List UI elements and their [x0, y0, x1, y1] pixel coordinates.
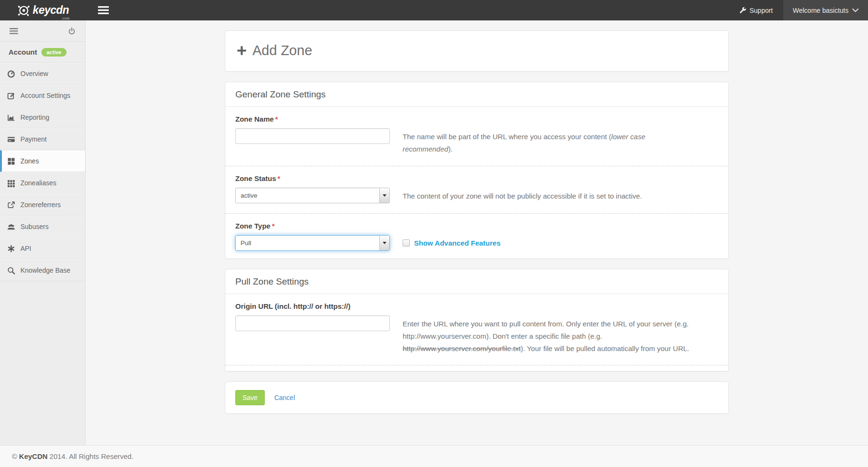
logo-suffix: .com [61, 17, 70, 20]
search-icon [7, 267, 15, 275]
topbar-right: Support Welcome basictuts [729, 0, 868, 20]
credit-card-icon [7, 135, 15, 143]
topbar: keycdn .com Support Welcome basictuts [0, 0, 868, 20]
page-title-card: Add Zone [225, 30, 729, 72]
sidebar-item-label: Reporting [20, 114, 49, 121]
footer: ©KeyCDN2014. All Rights Reserved. [0, 445, 868, 467]
zone-status-help: The content of your zone will not be pub… [403, 190, 693, 202]
hamburger-icon [98, 6, 109, 14]
sidebar: Account active Overview Account Settings [0, 20, 86, 445]
sidebar-item-reporting[interactable]: Reporting [0, 106, 85, 128]
keycdn-logo-icon [17, 3, 31, 18]
sidebar-header [0, 20, 85, 42]
welcome-label: Welcome basictuts [793, 7, 849, 14]
keycdn-logo[interactable]: keycdn .com [0, 0, 86, 20]
zone-status-label: Zone Status* [235, 174, 718, 182]
area-chart-icon [7, 114, 15, 122]
pull-section-title: Pull Zone Settings [225, 269, 728, 294]
sidebar-item-label: Knowledge Base [20, 267, 70, 274]
main-content: Add Zone General Zone Settings Zone Name… [86, 20, 868, 445]
wrench-icon [739, 7, 746, 14]
grid-icon [7, 157, 15, 165]
support-label: Support [750, 7, 773, 14]
zone-name-label: Zone Name* [235, 115, 718, 123]
advanced-features-checkbox[interactable] [403, 239, 410, 247]
dropdown-button [379, 188, 389, 203]
sidebar-item-zonereferrers[interactable]: Zonereferrers [0, 194, 85, 216]
sidebar-item-label: Overview [20, 70, 48, 77]
origin-url-input[interactable] [235, 315, 390, 331]
sidebar-item-overview[interactable]: Overview [0, 63, 85, 85]
account-status-badge: active [41, 48, 67, 57]
power-icon[interactable] [68, 27, 76, 35]
zone-status-select[interactable]: active [235, 188, 390, 203]
page-body: Account active Overview Account Settings [0, 20, 868, 445]
footer-brand: KeyCDN [19, 452, 48, 460]
account-status-row: Account active [0, 42, 85, 63]
gauge-icon [7, 70, 15, 78]
zone-status-value: active [236, 192, 379, 199]
zone-type-row: Zone Type* Pull Show Advanced Features [225, 214, 728, 258]
users-icon [7, 223, 15, 231]
asterisk-icon [7, 245, 15, 253]
support-link[interactable]: Support [729, 0, 783, 20]
zone-name-help: The name will be part of the URL where y… [403, 131, 693, 156]
sidebar-item-account-settings[interactable]: Account Settings [0, 85, 85, 106]
sidebar-item-label: Zonealiases [20, 179, 57, 187]
advanced-features-label: Show Advanced Features [414, 239, 501, 247]
form-actions-card: Save Cancel [225, 381, 729, 414]
origin-url-row: Origin URL (incl. http:// or https://) E… [225, 294, 728, 365]
account-label: Account [9, 48, 37, 56]
sidebar-item-subusers[interactable]: Subusers [0, 216, 85, 238]
pull-zone-settings-card: Pull Zone Settings Origin URL (incl. htt… [225, 269, 729, 372]
dropdown-arrow-icon [383, 194, 386, 197]
zone-name-input[interactable] [235, 128, 390, 144]
sidebar-toggle-button[interactable] [98, 0, 109, 20]
general-zone-settings-card: General Zone Settings Zone Name* The nam… [225, 82, 729, 259]
sidebar-item-label: API [20, 245, 31, 252]
general-section-title: General Zone Settings [225, 82, 728, 107]
save-button[interactable]: Save [235, 390, 265, 405]
edit-icon [7, 92, 15, 100]
sidebar-item-label: Account Settings [20, 92, 70, 99]
external-link-icon [7, 201, 15, 209]
zone-type-label: Zone Type* [235, 222, 718, 230]
sidebar-item-zonealiases[interactable]: Zonealiases [0, 172, 85, 194]
keycdn-logo-text: keycdn .com [33, 4, 69, 17]
page-title: Add Zone [252, 43, 312, 58]
sidebar-item-label: Zones [20, 157, 39, 165]
user-menu[interactable]: Welcome basictuts [783, 0, 868, 20]
chevron-down-icon [852, 9, 858, 12]
cancel-link[interactable]: Cancel [274, 394, 295, 401]
origin-url-help: Enter the URL where you want to pull con… [403, 318, 693, 355]
required-asterisk: * [278, 174, 280, 182]
sidebar-item-api[interactable]: API [0, 238, 85, 259]
sidebar-item-knowledge-base[interactable]: Knowledge Base [0, 259, 85, 281]
footer-copyright: ©KeyCDN2014. All Rights Reserved. [12, 452, 134, 460]
dropdown-button [379, 236, 389, 250]
required-asterisk: * [275, 115, 278, 123]
strikethrough-url: http://www.yourserver.com/yourfile.txt [403, 344, 521, 353]
sidebar-item-label: Zonereferrers [20, 201, 61, 209]
sidebar-collapse-icon[interactable] [10, 28, 18, 34]
show-advanced-features-toggle[interactable]: Show Advanced Features [403, 239, 501, 247]
zone-type-value: Pull [236, 239, 379, 247]
required-asterisk: * [272, 222, 275, 230]
sidebar-item-payment[interactable]: Payment [0, 128, 85, 150]
plus-icon [237, 46, 247, 56]
row-divider [225, 365, 728, 371]
origin-url-label: Origin URL (incl. http:// or https://) [235, 302, 718, 310]
dropdown-arrow-icon [383, 242, 386, 244]
zone-type-select[interactable]: Pull [235, 235, 390, 251]
grid-small-icon [7, 179, 15, 187]
sidebar-item-zones[interactable]: Zones [0, 150, 85, 172]
sidebar-item-label: Payment [20, 135, 47, 143]
zone-name-row: Zone Name* The name will be part of the … [225, 107, 728, 166]
zone-status-row: Zone Status* active The content of your … [225, 166, 728, 214]
sidebar-item-label: Subusers [20, 223, 48, 230]
